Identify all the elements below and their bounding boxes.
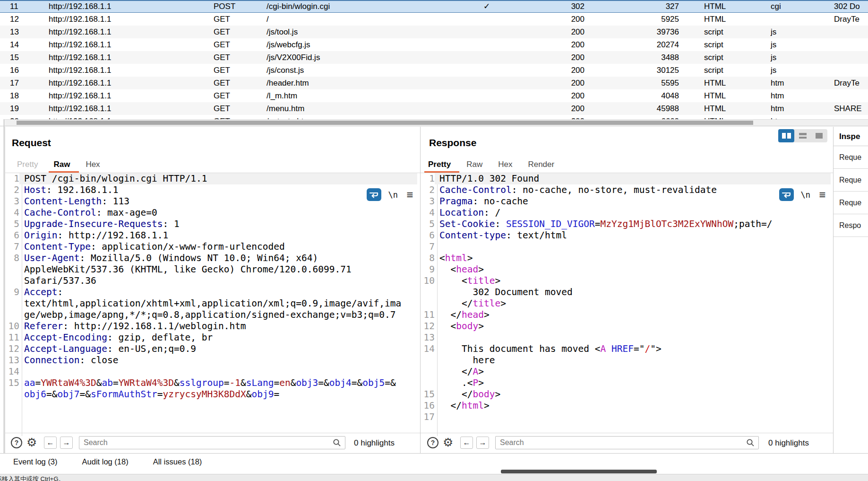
line-number: 10 xyxy=(422,275,435,287)
code-line: 5Upgrade-Insecure-Requests: 1 xyxy=(7,219,417,230)
code-line: 1POST /cgi-bin/wlogin.cgi HTTP/1.1 xyxy=(7,173,417,184)
code-line: 7Content-Type: application/x-www-form-ur… xyxy=(7,241,417,253)
line-number: 13 xyxy=(422,332,435,343)
inspector-section[interactable]: Respo xyxy=(834,214,868,237)
line-number: 14 xyxy=(7,366,19,377)
cell-title: DrayTe xyxy=(834,13,868,26)
line-number: 7 xyxy=(422,241,435,253)
footer-tab-all-issues-18-[interactable]: All issues (18) xyxy=(153,454,202,470)
response-editor[interactable]: 1HTTP/1.0 302 Found2Cache-Control: no-ca… xyxy=(422,173,831,423)
cell-params: ✓ xyxy=(478,0,495,13)
layout-single-button[interactable] xyxy=(811,129,827,142)
request-tab-raw[interactable]: Raw xyxy=(53,157,70,172)
table-row[interactable]: 17http://192.168.1.1GET/header.htm200559… xyxy=(0,77,868,89)
request-tab-hex[interactable]: Hex xyxy=(86,157,100,172)
table-row[interactable]: 11http://192.168.1.1POST/cgi-bin/wlogin.… xyxy=(0,0,868,13)
response-tabs: PrettyRawHexRender xyxy=(428,157,570,172)
inspector-section[interactable]: Reque xyxy=(834,192,868,214)
cell-status: 302 xyxy=(539,0,584,13)
bottom-scrollbar-thumb[interactable] xyxy=(501,470,657,473)
search-icon xyxy=(332,438,342,449)
footer-tab-audit-log-18-[interactable]: Audit log (18) xyxy=(82,454,129,470)
response-search-input[interactable] xyxy=(495,436,759,449)
line-number xyxy=(422,377,435,389)
table-row[interactable]: 13http://192.168.1.1GET/js/tool.js200397… xyxy=(0,26,868,38)
response-tab-pretty[interactable]: Pretty xyxy=(428,157,451,172)
search-prev-button[interactable]: ← xyxy=(44,437,57,449)
request-tab-pretty[interactable]: Pretty xyxy=(17,157,38,172)
code-line: </A> xyxy=(422,366,831,377)
cell-url: /js/V2X00Fid.js xyxy=(266,51,320,64)
footer-tab-event-log-3-[interactable]: Event log (3) xyxy=(13,454,58,470)
cell-length: 3488 xyxy=(624,51,679,64)
code-line: 5Set-Cookie: SESSION_ID_VIGOR=MzYzg1MjBl… xyxy=(422,219,831,230)
inspector-panel: Inspe RequeRequeRequeRespo xyxy=(833,127,868,453)
cell-id: 16 xyxy=(10,64,19,77)
cell-status: 200 xyxy=(539,89,584,102)
search-prev-button[interactable]: ← xyxy=(460,437,473,449)
cell-method: GET xyxy=(214,38,230,51)
line-number: 10 xyxy=(7,321,19,332)
cell-ext: js xyxy=(771,51,776,64)
cell-ext: cgi xyxy=(771,0,781,13)
cell-status: 200 xyxy=(539,13,584,26)
table-horizontal-scrollbar[interactable] xyxy=(5,119,868,126)
cell-method: GET xyxy=(214,102,230,115)
request-search-input[interactable] xyxy=(79,436,345,449)
inspector-section[interactable]: Reque xyxy=(834,169,868,192)
help-icon[interactable]: ? xyxy=(11,437,22,448)
cell-method: GET xyxy=(214,51,230,64)
cell-method: GET xyxy=(214,77,230,89)
cell-host: http://192.168.1.1 xyxy=(49,26,111,38)
inspector-section[interactable]: Reque xyxy=(834,146,868,169)
table-row[interactable]: 15http://192.168.1.1GET/js/V2X00Fid.js20… xyxy=(0,51,868,64)
response-panel: Response PrettyRawHexRender \n ≡ 1HTTP/1… xyxy=(420,127,834,453)
request-editor[interactable]: 1POST /cgi-bin/wlogin.cgi HTTP/1.12Host:… xyxy=(7,173,417,400)
code-line: 3Content-Length: 113 xyxy=(7,196,417,207)
table-scrollbar-thumb[interactable] xyxy=(17,121,753,125)
cell-status: 200 xyxy=(539,26,584,38)
response-tab-raw[interactable]: Raw xyxy=(466,157,482,172)
cell-length: 5925 xyxy=(624,13,679,26)
cell-length: 20274 xyxy=(624,38,679,51)
code-line: 11Accept-Encoding: gzip, deflate, br xyxy=(7,332,417,343)
http-history-table[interactable]: 11http://192.168.1.1POST/cgi-bin/wlogin.… xyxy=(0,0,868,119)
view-layout-switcher xyxy=(778,129,827,142)
request-search-bar: ? ⚙ ← → 0 highlights xyxy=(5,433,420,454)
response-tab-render[interactable]: Render xyxy=(528,157,554,172)
layout-columns-button[interactable] xyxy=(778,129,794,142)
code-line: 7 xyxy=(422,241,831,253)
code-line: 10Referer: http://192.168.1.1/weblogin.h… xyxy=(7,321,417,332)
table-row[interactable]: 14http://192.168.1.1GET/js/webcfg.js2002… xyxy=(0,38,868,51)
gear-icon[interactable]: ⚙ xyxy=(26,436,37,449)
response-tab-hex[interactable]: Hex xyxy=(498,157,512,172)
cell-url: /cgi-bin/wlogin.cgi xyxy=(266,0,330,13)
help-icon[interactable]: ? xyxy=(427,437,438,448)
cell-length: 30125 xyxy=(624,64,679,77)
request-tabbar: PrettyRawHex \n ≡ xyxy=(5,157,420,173)
table-row[interactable]: 16http://192.168.1.1GET/js/const.js20030… xyxy=(0,64,868,77)
cell-method: GET xyxy=(214,26,230,38)
cell-method: GET xyxy=(214,115,230,119)
active-tab-underline xyxy=(49,171,79,173)
layout-rows-button[interactable] xyxy=(795,129,811,142)
code-line: 4Cache-Control: max-age=0 xyxy=(7,207,417,219)
cell-host: http://192.168.1.1 xyxy=(49,64,111,77)
code-line: 14 This document has moved <A HREF="/"> xyxy=(422,343,831,355)
cell-id: 18 xyxy=(10,89,19,102)
gear-icon[interactable]: ⚙ xyxy=(443,436,453,449)
cell-ext: js xyxy=(771,38,776,51)
code-line: .<P> xyxy=(422,377,831,389)
search-next-button[interactable]: → xyxy=(60,437,73,449)
table-row[interactable]: 20http://192.168.1.1GET/act_sta.htm20066… xyxy=(0,115,868,119)
table-row[interactable]: 12http://192.168.1.1GET/2005925HTMLDrayT… xyxy=(0,13,868,26)
line-number xyxy=(7,389,19,400)
highlights-count: 0 highlights xyxy=(354,437,395,450)
cell-ext: htm xyxy=(771,115,784,119)
inspector-sections: RequeRequeRequeRespo xyxy=(834,146,868,237)
burp-window: 11http://192.168.1.1POST/cgi-bin/wlogin.… xyxy=(0,0,868,481)
search-next-button[interactable]: → xyxy=(476,437,489,449)
table-row[interactable]: 19http://192.168.1.1GET/menu.htm20045988… xyxy=(0,102,868,115)
table-row[interactable]: 18http://192.168.1.1GET/l_m.htm2004048HT… xyxy=(0,89,868,102)
cell-url: /header.htm xyxy=(266,77,309,89)
